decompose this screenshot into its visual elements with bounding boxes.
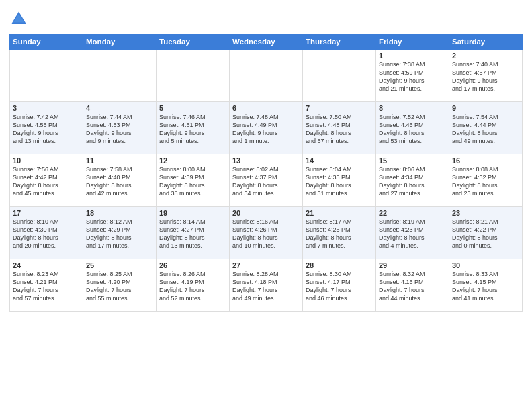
day-number: 4 (86, 104, 153, 112)
day-info: Sunrise: 7:44 AM Sunset: 4:53 PM Dayligh… (86, 113, 153, 146)
day-info: Sunrise: 8:02 AM Sunset: 4:37 PM Dayligh… (232, 165, 300, 198)
day-cell: 26Sunrise: 8:26 AM Sunset: 4:19 PM Dayli… (157, 259, 230, 312)
calendar-container: SundayMondayTuesdayWednesdayThursdayFrid… (0, 0, 532, 317)
day-number: 25 (86, 261, 153, 269)
week-row-5: 24Sunrise: 8:23 AM Sunset: 4:21 PM Dayli… (10, 259, 523, 312)
day-number: 5 (159, 104, 226, 112)
day-info: Sunrise: 7:50 AM Sunset: 4:48 PM Dayligh… (306, 113, 373, 146)
day-number: 11 (86, 156, 153, 165)
header-day-thursday: Thursday (303, 34, 376, 50)
day-info: Sunrise: 8:17 AM Sunset: 4:25 PM Dayligh… (306, 218, 373, 250)
day-cell: 18Sunrise: 8:12 AM Sunset: 4:29 PM Dayli… (83, 207, 157, 259)
day-number: 29 (379, 261, 446, 269)
day-info: Sunrise: 8:25 AM Sunset: 4:20 PM Dayligh… (86, 270, 153, 303)
day-number: 14 (306, 156, 373, 165)
day-number: 27 (232, 261, 300, 269)
day-info: Sunrise: 7:42 AM Sunset: 4:55 PM Dayligh… (13, 113, 80, 146)
day-number: 26 (159, 261, 226, 269)
day-cell: 7Sunrise: 7:50 AM Sunset: 4:48 PM Daylig… (303, 102, 376, 154)
week-row-2: 3Sunrise: 7:42 AM Sunset: 4:55 PM Daylig… (10, 102, 523, 154)
day-cell: 6Sunrise: 7:48 AM Sunset: 4:49 PM Daylig… (230, 102, 303, 154)
header-day-friday: Friday (376, 34, 449, 50)
logo (9, 9, 31, 28)
day-number: 19 (159, 209, 226, 217)
day-cell: 3Sunrise: 7:42 AM Sunset: 4:55 PM Daylig… (10, 102, 83, 154)
day-cell: 11Sunrise: 7:58 AM Sunset: 4:40 PM Dayli… (83, 154, 157, 207)
day-info: Sunrise: 8:08 AM Sunset: 4:32 PM Dayligh… (452, 165, 519, 198)
day-cell: 12Sunrise: 8:00 AM Sunset: 4:39 PM Dayli… (157, 154, 230, 207)
day-info: Sunrise: 8:32 AM Sunset: 4:16 PM Dayligh… (379, 270, 446, 303)
day-info: Sunrise: 8:30 AM Sunset: 4:17 PM Dayligh… (306, 270, 373, 303)
day-cell: 30Sunrise: 8:33 AM Sunset: 4:15 PM Dayli… (449, 259, 523, 312)
day-number: 21 (306, 209, 373, 217)
day-cell: 27Sunrise: 8:28 AM Sunset: 4:18 PM Dayli… (230, 259, 303, 312)
day-cell: 22Sunrise: 8:19 AM Sunset: 4:23 PM Dayli… (376, 207, 449, 259)
day-cell: 23Sunrise: 8:21 AM Sunset: 4:22 PM Dayli… (449, 207, 523, 259)
day-cell: 25Sunrise: 8:25 AM Sunset: 4:20 PM Dayli… (83, 259, 157, 312)
day-info: Sunrise: 7:52 AM Sunset: 4:46 PM Dayligh… (379, 113, 446, 146)
header-day-monday: Monday (83, 34, 157, 50)
day-cell: 16Sunrise: 8:08 AM Sunset: 4:32 PM Dayli… (449, 154, 523, 207)
day-info: Sunrise: 8:12 AM Sunset: 4:29 PM Dayligh… (86, 218, 153, 250)
day-number: 13 (232, 156, 300, 165)
day-cell: 2Sunrise: 7:40 AM Sunset: 4:57 PM Daylig… (449, 50, 523, 102)
day-number: 18 (86, 209, 153, 217)
day-number: 2 (452, 52, 519, 60)
day-cell: 29Sunrise: 8:32 AM Sunset: 4:16 PM Dayli… (376, 259, 449, 312)
day-info: Sunrise: 8:16 AM Sunset: 4:26 PM Dayligh… (232, 218, 300, 250)
day-cell: 10Sunrise: 7:56 AM Sunset: 4:42 PM Dayli… (10, 154, 83, 207)
day-number: 24 (13, 261, 80, 269)
day-info: Sunrise: 8:19 AM Sunset: 4:23 PM Dayligh… (379, 218, 446, 250)
day-info: Sunrise: 7:54 AM Sunset: 4:44 PM Dayligh… (452, 113, 519, 146)
day-cell: 1Sunrise: 7:38 AM Sunset: 4:59 PM Daylig… (376, 50, 449, 102)
day-cell (83, 50, 157, 102)
week-row-3: 10Sunrise: 7:56 AM Sunset: 4:42 PM Dayli… (10, 154, 523, 207)
day-cell (157, 50, 230, 102)
day-cell: 19Sunrise: 8:14 AM Sunset: 4:27 PM Dayli… (157, 207, 230, 259)
header-day-wednesday: Wednesday (230, 34, 303, 50)
week-row-4: 17Sunrise: 8:10 AM Sunset: 4:30 PM Dayli… (10, 207, 523, 259)
day-info: Sunrise: 8:04 AM Sunset: 4:35 PM Dayligh… (306, 165, 373, 198)
week-row-1: 1Sunrise: 7:38 AM Sunset: 4:59 PM Daylig… (10, 50, 523, 102)
day-cell: 9Sunrise: 7:54 AM Sunset: 4:44 PM Daylig… (449, 102, 523, 154)
day-cell: 20Sunrise: 8:16 AM Sunset: 4:26 PM Dayli… (230, 207, 303, 259)
day-number: 20 (232, 209, 300, 217)
day-info: Sunrise: 7:46 AM Sunset: 4:51 PM Dayligh… (159, 113, 226, 146)
day-info: Sunrise: 7:40 AM Sunset: 4:57 PM Dayligh… (452, 60, 519, 93)
day-number: 28 (306, 261, 373, 269)
day-number: 1 (379, 52, 446, 60)
day-cell: 17Sunrise: 8:10 AM Sunset: 4:30 PM Dayli… (10, 207, 83, 259)
header-row: SundayMondayTuesdayWednesdayThursdayFrid… (10, 34, 523, 50)
day-info: Sunrise: 8:26 AM Sunset: 4:19 PM Dayligh… (159, 270, 226, 303)
day-cell (230, 50, 303, 102)
day-number: 8 (379, 104, 446, 112)
header (9, 7, 523, 28)
day-info: Sunrise: 8:06 AM Sunset: 4:34 PM Dayligh… (379, 165, 446, 198)
day-info: Sunrise: 7:56 AM Sunset: 4:42 PM Dayligh… (13, 165, 80, 198)
day-number: 16 (452, 156, 519, 165)
day-info: Sunrise: 8:23 AM Sunset: 4:21 PM Dayligh… (13, 270, 80, 303)
day-number: 22 (379, 209, 446, 217)
day-number: 3 (13, 104, 80, 112)
day-number: 9 (452, 104, 519, 112)
day-info: Sunrise: 7:48 AM Sunset: 4:49 PM Dayligh… (232, 113, 300, 146)
day-cell: 4Sunrise: 7:44 AM Sunset: 4:53 PM Daylig… (83, 102, 157, 154)
day-info: Sunrise: 8:00 AM Sunset: 4:39 PM Dayligh… (159, 165, 226, 198)
logo-icon (9, 9, 28, 28)
calendar-table: SundayMondayTuesdayWednesdayThursdayFrid… (9, 34, 523, 312)
header-day-tuesday: Tuesday (157, 34, 230, 50)
day-number: 10 (13, 156, 80, 165)
day-number: 17 (13, 209, 80, 217)
day-info: Sunrise: 7:58 AM Sunset: 4:40 PM Dayligh… (86, 165, 153, 198)
header-day-saturday: Saturday (449, 34, 523, 50)
day-cell: 5Sunrise: 7:46 AM Sunset: 4:51 PM Daylig… (157, 102, 230, 154)
day-cell: 28Sunrise: 8:30 AM Sunset: 4:17 PM Dayli… (303, 259, 376, 312)
day-cell: 15Sunrise: 8:06 AM Sunset: 4:34 PM Dayli… (376, 154, 449, 207)
day-cell: 14Sunrise: 8:04 AM Sunset: 4:35 PM Dayli… (303, 154, 376, 207)
day-info: Sunrise: 8:28 AM Sunset: 4:18 PM Dayligh… (232, 270, 300, 303)
day-info: Sunrise: 8:14 AM Sunset: 4:27 PM Dayligh… (159, 218, 226, 250)
day-cell: 13Sunrise: 8:02 AM Sunset: 4:37 PM Dayli… (230, 154, 303, 207)
day-number: 30 (452, 261, 519, 269)
day-number: 23 (452, 209, 519, 217)
day-info: Sunrise: 8:33 AM Sunset: 4:15 PM Dayligh… (452, 270, 519, 303)
